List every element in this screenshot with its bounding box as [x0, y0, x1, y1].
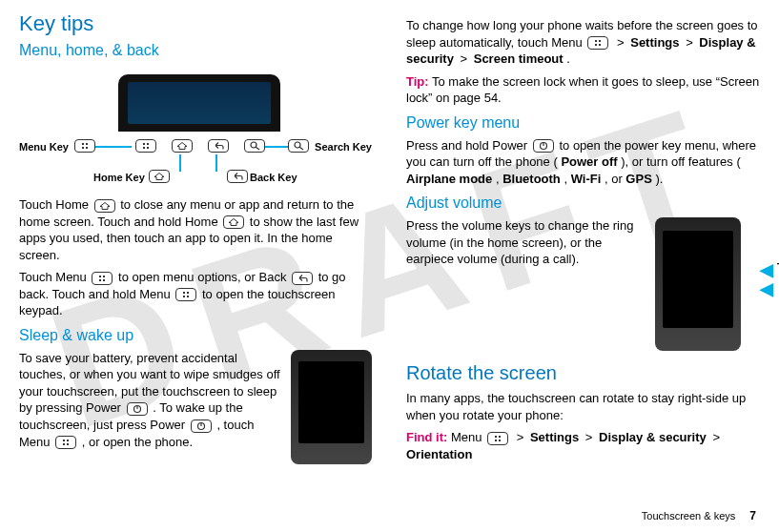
- power-icon: [127, 402, 148, 416]
- back-key-label-icon: [227, 170, 248, 183]
- separator: >: [585, 430, 596, 444]
- paragraph-home-usage: Touch Home to close any menu or app and …: [19, 196, 372, 263]
- heading-power-key-menu: Power key menu: [406, 114, 760, 132]
- svg-rect-3: [147, 147, 149, 149]
- svg-rect-7: [86, 143, 88, 145]
- volume-phone-diagram: ◀ ◀ + -: [655, 217, 760, 351]
- svg-rect-12: [99, 276, 101, 277]
- phone-image: [655, 217, 741, 351]
- paragraph-power-menu: Press and hold Power to open the power k…: [406, 137, 760, 188]
- search-key-label-icon: [288, 139, 309, 153]
- separator: >: [461, 51, 471, 66]
- svg-rect-1: [147, 143, 149, 145]
- menu-icon: [55, 436, 76, 449]
- svg-rect-30: [595, 44, 597, 46]
- left-column: Key tips Menu, home, & back Menu Key Sea…: [19, 11, 372, 470]
- svg-rect-36: [495, 440, 497, 441]
- svg-rect-9: [86, 147, 88, 149]
- svg-rect-6: [82, 143, 84, 145]
- bluetooth-label: Bluetooth: [502, 172, 561, 186]
- text: ), or turn off features (: [621, 154, 740, 169]
- svg-rect-29: [599, 40, 601, 42]
- separator: >: [617, 35, 627, 50]
- path-orientation: Orientation: [406, 447, 472, 461]
- leader-home: [179, 154, 181, 172]
- arrow-down-icon: ◀: [760, 278, 773, 299]
- tip-paragraph: Tip: To make the screen lock when it goe…: [406, 73, 760, 107]
- power-icon: [191, 419, 212, 433]
- svg-rect-27: [67, 443, 69, 445]
- svg-rect-24: [63, 440, 65, 441]
- heading-rotate-screen: Rotate the screen: [406, 362, 760, 384]
- svg-rect-35: [499, 436, 501, 438]
- menu-icon: [587, 36, 608, 50]
- svg-rect-2: [143, 147, 145, 149]
- tip-text: To make the screen lock when it goes to …: [406, 74, 759, 106]
- paragraph-screen-timeout: To change how long your phone waits befo…: [406, 17, 760, 68]
- heading-key-tips: Key tips: [19, 11, 372, 36]
- heading-menu-home-back: Menu, home, & back: [19, 42, 372, 59]
- page-footer: Touchscreen & keys 7: [642, 509, 756, 522]
- menu-key-icon: [135, 139, 156, 153]
- phone-keys-diagram: Menu Key Search Key Home Key Back Key: [19, 67, 372, 191]
- arrow-up-icon: ◀: [760, 259, 773, 280]
- gps-label: GPS: [625, 172, 651, 186]
- svg-line-5: [256, 147, 259, 150]
- phone-screen: [128, 82, 271, 124]
- home-key-icon: [172, 139, 193, 153]
- tip-label: Tip:: [406, 74, 429, 89]
- text: , or open the phone.: [82, 435, 193, 449]
- svg-rect-0: [143, 143, 145, 145]
- separator: >: [686, 35, 696, 50]
- footer-section: Touchscreen & keys: [642, 510, 735, 522]
- label-search-key: Search Key: [315, 141, 372, 153]
- text: to open menu options, or Back: [118, 270, 290, 284]
- search-key-icon: [244, 139, 265, 153]
- svg-rect-19: [187, 296, 189, 297]
- label-back-key: Back Key: [250, 172, 297, 183]
- svg-rect-26: [63, 443, 65, 445]
- svg-rect-16: [183, 292, 185, 294]
- text: Touch Home: [19, 197, 92, 212]
- svg-rect-14: [99, 279, 101, 281]
- paragraph-rotate: In many apps, the touchscreen can rotate…: [406, 390, 760, 423]
- menu-icon: [92, 272, 113, 285]
- label-menu-key: Menu Key: [19, 141, 69, 153]
- findit-label: Find it:: [406, 430, 447, 444]
- leader-search: [265, 146, 288, 148]
- svg-rect-28: [595, 40, 597, 42]
- power-icon: [533, 139, 554, 153]
- text: Touch Menu: [19, 270, 90, 284]
- svg-rect-31: [599, 44, 601, 46]
- svg-rect-37: [499, 440, 501, 441]
- svg-rect-15: [103, 279, 105, 281]
- menu-icon: [487, 432, 508, 445]
- text: Menu: [451, 430, 485, 444]
- phone-thumbnail-image: [291, 350, 372, 464]
- page-number: 7: [749, 509, 756, 522]
- path-display-security: Display & security: [599, 430, 707, 444]
- separator: >: [712, 430, 720, 444]
- findit-paragraph: Find it: Menu > Settings > Display & sec…: [406, 429, 760, 462]
- separator: >: [517, 430, 527, 444]
- right-column: To change how long your phone waits befo…: [406, 11, 760, 470]
- text: .: [566, 51, 570, 66]
- text: , or: [605, 172, 625, 186]
- svg-rect-18: [183, 296, 185, 297]
- leader-menu: [95, 146, 132, 148]
- svg-line-11: [299, 147, 303, 150]
- svg-rect-13: [103, 276, 105, 277]
- home-icon: [223, 215, 244, 229]
- label-home-key: Home Key: [93, 172, 145, 183]
- heading-adjust-volume: Adjust volume: [406, 194, 760, 212]
- text: ).: [655, 172, 663, 186]
- text: ,: [564, 172, 570, 186]
- heading-sleep-wake: Sleep & wake up: [19, 327, 372, 344]
- home-icon: [94, 199, 115, 213]
- wifi-label: Wi-Fi: [571, 172, 602, 186]
- svg-rect-25: [67, 440, 69, 441]
- menu-key-label-icon: [74, 139, 95, 153]
- path-screen-timeout: Screen timeout: [474, 51, 564, 66]
- path-settings: Settings: [530, 430, 579, 444]
- svg-rect-17: [187, 292, 189, 294]
